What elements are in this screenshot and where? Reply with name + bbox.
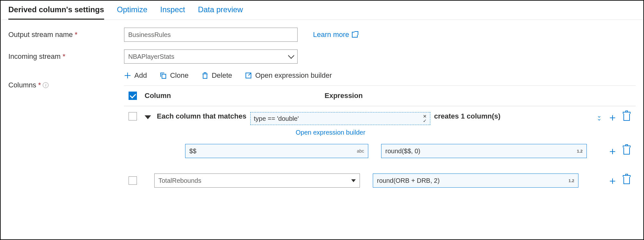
plus-icon bbox=[124, 72, 131, 79]
row-checkbox[interactable] bbox=[129, 176, 137, 185]
add-button[interactable]: Add bbox=[124, 71, 147, 80]
clone-icon bbox=[160, 72, 167, 79]
match-expression-input[interactable]: type == 'double' ✕✓ bbox=[250, 112, 430, 125]
pattern-suffix: creates 1 column(s) bbox=[434, 112, 501, 120]
column-name-input[interactable]: $$ abc bbox=[185, 144, 368, 158]
expression-header: Expression bbox=[321, 92, 636, 100]
incoming-stream-select[interactable]: NBAPlayerStats bbox=[124, 49, 298, 64]
clone-button[interactable]: Clone bbox=[160, 71, 188, 80]
clear-validate-icon[interactable]: ✕✓ bbox=[423, 114, 427, 123]
table-header: Column Expression bbox=[124, 86, 636, 106]
svg-rect-5 bbox=[204, 73, 206, 74]
expand-toggle-icon[interactable]: ⌄⌄ bbox=[597, 114, 602, 120]
delete-row-button[interactable] bbox=[623, 177, 630, 184]
add-row-button[interactable]: ＋ bbox=[607, 146, 618, 156]
expression-input[interactable]: round($$, 0) 1.2 bbox=[381, 144, 587, 158]
delete-button[interactable]: Delete bbox=[201, 71, 232, 80]
output-stream-input[interactable] bbox=[124, 28, 298, 42]
tab-optimize[interactable]: Optimize bbox=[117, 1, 148, 20]
delete-row-button[interactable] bbox=[623, 147, 630, 155]
svg-rect-2 bbox=[162, 74, 166, 78]
column-header: Column bbox=[141, 92, 321, 100]
tabs-bar: Derived column's settings Optimize Inspe… bbox=[1, 1, 643, 20]
svg-line-7 bbox=[248, 73, 251, 76]
row-checkbox[interactable] bbox=[129, 112, 137, 120]
columns-label: Columns * i bbox=[8, 71, 124, 89]
svg-rect-3 bbox=[203, 74, 207, 78]
delete-row-button[interactable] bbox=[623, 114, 630, 121]
table-row: $$ abc round($$, 0) 1.2 ＋ bbox=[124, 141, 636, 161]
tab-inspect[interactable]: Inspect bbox=[160, 1, 185, 20]
external-link-icon bbox=[352, 32, 358, 38]
open-icon bbox=[245, 72, 252, 79]
chevron-down-icon bbox=[288, 52, 294, 59]
tab-settings[interactable]: Derived column's settings bbox=[8, 1, 104, 20]
collapse-toggle-icon[interactable] bbox=[145, 115, 151, 119]
column-select[interactable]: TotalRebounds bbox=[154, 173, 360, 188]
open-expression-builder-button[interactable]: Open expression builder bbox=[245, 71, 332, 80]
table-row: TotalRebounds round(ORB + DRB, 2) 1.2 ＋ bbox=[124, 170, 636, 191]
incoming-stream-label: Incoming stream * bbox=[8, 52, 124, 61]
info-icon[interactable]: i bbox=[43, 82, 49, 88]
pattern-prefix: Each column that matches bbox=[157, 112, 246, 120]
add-row-button[interactable]: ＋ bbox=[607, 175, 618, 186]
select-all-checkbox[interactable] bbox=[129, 92, 137, 100]
trash-icon bbox=[201, 72, 209, 79]
type-badge: 1.2 bbox=[577, 149, 583, 154]
type-badge: 1.2 bbox=[568, 178, 574, 183]
tab-preview[interactable]: Data preview bbox=[198, 1, 243, 20]
open-expression-builder-link[interactable]: Open expression builder bbox=[124, 129, 636, 136]
expression-input[interactable]: round(ORB + DRB, 2) 1.2 bbox=[373, 173, 578, 188]
learn-more-link[interactable]: Learn more bbox=[313, 31, 358, 39]
pattern-row: Each column that matches type == 'double… bbox=[124, 106, 636, 128]
output-stream-label: Output stream name * bbox=[8, 31, 124, 39]
add-row-button[interactable]: ＋ bbox=[607, 112, 618, 122]
caret-down-icon bbox=[351, 179, 356, 182]
type-badge: abc bbox=[357, 148, 364, 154]
